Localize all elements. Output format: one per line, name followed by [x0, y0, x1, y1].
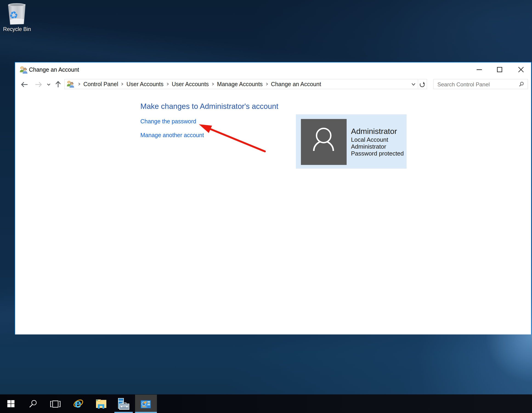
svg-text:♻: ♻ — [8, 9, 19, 21]
svg-text:e: e — [75, 397, 81, 410]
